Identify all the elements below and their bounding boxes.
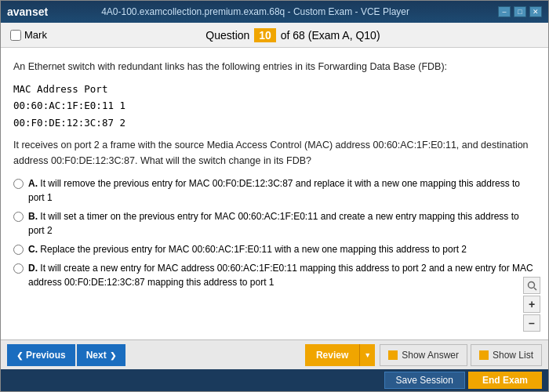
logo: avanset: [7, 5, 48, 18]
prev-chevron-icon: [16, 350, 23, 361]
mac-table-header: MAC Address Port: [13, 81, 536, 97]
bottom-nav: Previous Next Review Show Answer Show Li…: [1, 339, 548, 369]
mac-table-row-2: 00:F0:DE:12:3C:87 2: [13, 114, 536, 131]
question-info: Question 10 of 68 (Exam A, Q10): [47, 29, 539, 42]
option-d: D. It will create a new entry for MAC ad…: [13, 261, 536, 289]
mark-label[interactable]: Mark: [10, 29, 47, 41]
option-a: A. It will remove the previous entry for…: [13, 176, 536, 205]
radio-a[interactable]: [13, 179, 24, 189]
review-button[interactable]: Review: [305, 344, 359, 366]
mac-table: MAC Address Port 00:60:AC:1F:E0:11 1 00:…: [13, 81, 536, 131]
question-body: It receives on port 2 a frame with the s…: [13, 137, 536, 169]
review-dropdown-button[interactable]: [359, 344, 375, 366]
radio-c[interactable]: [13, 245, 24, 255]
option-b: B. It will set a timer on the previous e…: [13, 209, 536, 238]
mac-table-row-1: 00:60:AC:1F:E0:11 1: [13, 97, 536, 114]
zoom-controls: + –: [523, 277, 540, 332]
zoom-search-button[interactable]: [523, 277, 540, 294]
maximize-button[interactable]: □: [514, 6, 526, 17]
show-list-icon: [479, 350, 489, 360]
zoom-out-button[interactable]: –: [523, 314, 540, 332]
toolbar: Mark Question 10 of 68 (Exam A, Q10): [1, 23, 548, 48]
window-controls: – □ ✕: [498, 6, 542, 17]
svg-line-1: [534, 288, 536, 290]
bottom-bar: Save Session End Exam: [1, 369, 548, 391]
title-bar-left: avanset 4A0-100.examcollection.premium.e…: [7, 5, 409, 18]
close-button[interactable]: ✕: [529, 6, 542, 17]
options-list: A. It will remove the previous entry for…: [13, 176, 536, 289]
end-exam-button[interactable]: End Exam: [468, 372, 542, 389]
title-bar: avanset 4A0-100.examcollection.premium.e…: [1, 1, 548, 23]
svg-point-0: [528, 281, 534, 288]
question-number: 10: [254, 28, 276, 42]
question-intro: An Ethernet switch with redundant links …: [13, 59, 536, 74]
show-list-button[interactable]: Show List: [471, 344, 542, 366]
next-chevron-icon: [110, 350, 116, 361]
question-content: An Ethernet switch with redundant links …: [1, 48, 548, 339]
mark-checkbox[interactable]: [10, 30, 21, 41]
review-chevron-icon: [364, 350, 371, 359]
show-answer-button[interactable]: Show Answer: [380, 344, 467, 366]
show-answer-icon: [388, 350, 398, 360]
zoom-in-button[interactable]: +: [523, 296, 540, 313]
option-c: C. Replace the previous entry for MAC 00…: [13, 242, 536, 256]
next-button[interactable]: Next: [77, 344, 125, 366]
radio-b[interactable]: [13, 212, 24, 222]
radio-d[interactable]: [13, 263, 24, 274]
window-title: 4A0-100.examcollection.premium.exam.68q …: [101, 6, 409, 17]
previous-button[interactable]: Previous: [7, 344, 75, 366]
save-session-button[interactable]: Save Session: [384, 372, 465, 389]
minimize-button[interactable]: –: [498, 6, 511, 17]
main-window: avanset 4A0-100.examcollection.premium.e…: [0, 0, 549, 392]
